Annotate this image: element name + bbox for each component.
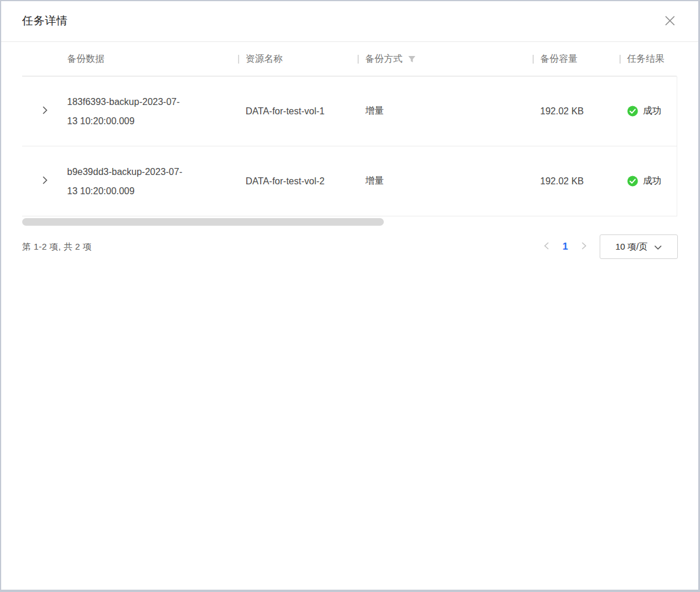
column-separator xyxy=(620,55,621,64)
task-table: 备份数据 资源名称 备份方式 备份容量 任务结 xyxy=(0,42,700,216)
chevron-left-icon xyxy=(544,241,550,252)
cell-backup-data: b9e39dd3-backup-2023-07-13 10:20:00.009 xyxy=(67,162,238,201)
cell-backup-size: 192.02 KB xyxy=(533,176,620,187)
column-label: 备份方式 xyxy=(365,53,402,65)
column-label: 备份数据 xyxy=(67,53,104,65)
pagination-bar: 第 1-2 项, 共 2 项 1 10 项/页 xyxy=(0,234,700,259)
header-cell-task-result: 任务结果 xyxy=(620,42,677,76)
table-header-row: 备份数据 资源名称 备份方式 备份容量 任务结 xyxy=(22,42,677,76)
expand-row-button[interactable] xyxy=(38,104,52,118)
expand-row-button[interactable] xyxy=(38,174,52,188)
cell-backup-data: 183f6393-backup-2023-07-13 10:20:00.009 xyxy=(67,92,238,131)
chevron-right-icon xyxy=(581,241,587,252)
backup-data-text: b9e39dd3-backup-2023-07-13 10:20:00.009 xyxy=(67,162,187,201)
header-cell-expander xyxy=(22,42,67,76)
chevron-right-icon xyxy=(42,176,48,187)
cell-backup-size: 192.02 KB xyxy=(533,106,620,117)
page-size-dropdown[interactable]: 10 项/页 xyxy=(600,234,678,259)
chevron-right-icon xyxy=(42,106,48,117)
table-row: 183f6393-backup-2023-07-13 10:20:00.009 … xyxy=(22,76,677,146)
dialog-header: 任务详情 xyxy=(0,0,700,42)
cell-resource-name: DATA-for-test-vol-1 xyxy=(238,106,358,117)
column-separator xyxy=(358,55,359,64)
cell-backup-type: 增量 xyxy=(358,105,533,117)
pagination-controls: 1 10 项/页 xyxy=(539,234,678,259)
table-row: b9e39dd3-backup-2023-07-13 10:20:00.009 … xyxy=(22,146,677,216)
next-page-button[interactable] xyxy=(576,239,592,254)
cell-task-result: 成功 xyxy=(620,175,677,187)
header-cell-backup-size: 备份容量 xyxy=(533,42,620,76)
column-label: 资源名称 xyxy=(246,53,283,65)
filter-funnel-icon[interactable] xyxy=(408,55,416,63)
success-check-icon xyxy=(627,106,638,117)
row-expander-cell xyxy=(22,104,67,118)
cell-backup-type: 增量 xyxy=(358,175,533,187)
previous-page-button[interactable] xyxy=(539,239,554,254)
task-details-dialog: 任务详情 备份数据 资源名称 备份方式 xyxy=(0,0,700,592)
chevron-down-icon xyxy=(654,242,662,252)
status-badge: 成功 xyxy=(643,175,662,187)
close-button[interactable] xyxy=(662,13,678,29)
page-number-current[interactable]: 1 xyxy=(556,241,574,253)
column-separator xyxy=(533,55,534,64)
column-label: 备份容量 xyxy=(540,53,578,65)
horizontal-scrollbar-thumb[interactable] xyxy=(22,218,384,226)
status-badge: 成功 xyxy=(643,105,662,117)
header-cell-backup-data: 备份数据 xyxy=(67,42,238,76)
header-cell-backup-type: 备份方式 xyxy=(358,42,533,76)
cell-task-result: 成功 xyxy=(620,105,677,117)
column-separator xyxy=(238,55,239,64)
pagination-summary: 第 1-2 项, 共 2 项 xyxy=(22,241,92,253)
horizontal-scrollbar-track xyxy=(22,218,678,226)
row-expander-cell xyxy=(22,174,67,188)
success-check-icon xyxy=(627,176,638,187)
cell-resource-name: DATA-for-test-vol-2 xyxy=(238,176,358,187)
column-label: 任务结果 xyxy=(627,53,664,65)
dialog-title: 任务详情 xyxy=(22,13,68,29)
table-body: 183f6393-backup-2023-07-13 10:20:00.009 … xyxy=(22,76,677,216)
backup-data-text: 183f6393-backup-2023-07-13 10:20:00.009 xyxy=(67,92,187,131)
page-size-label: 10 项/页 xyxy=(615,241,648,253)
close-icon xyxy=(664,15,676,27)
header-cell-resource-name: 资源名称 xyxy=(238,42,358,76)
